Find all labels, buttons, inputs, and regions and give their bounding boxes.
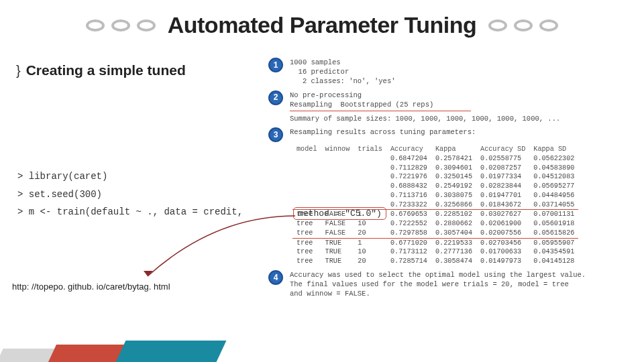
console-output: 1 1000 samples 16 predictor 2 classes: '… [268,58,644,299]
col-kappa-sd: Kappa SD [529,145,578,154]
output-line: Summary of sample sizes: 1000, 1000, 100… [290,114,644,123]
right-ovals [488,19,558,32]
oval-icon [137,19,156,32]
step-4: 4 Accuracy was used to select the optima… [268,270,644,299]
table-row: 0.68884320.25491920.028238440.05695277 [292,182,578,191]
results-table: model winnow trials Accuracy Kappa Accur… [292,145,578,266]
table-row: treeFALSE100.72225520.28806620.020619000… [292,219,578,229]
slide-title: Automated Parameter Tuning [168,12,477,38]
table-row: treeFALSE10.67696530.22851020.030276270.… [292,210,578,219]
col-accuracy: Accuracy [386,145,431,154]
bullet-glyph: } [16,63,21,78]
oval-icon [86,19,105,32]
code-line: > set.seed(300) [17,186,243,204]
output-line: The final values used for the model were… [290,280,644,289]
oval-icon [514,19,533,32]
code-line: > library(caret) [17,168,243,186]
table-row: 0.68472040.25784210.025587750.05622302 [292,154,578,164]
step-badge-2: 2 [268,90,283,105]
table-row: 0.71128290.30946010.020872570.04583890 [292,164,578,173]
bullet-text: Creating a simple tuned [26,62,186,78]
output-line: 1000 samples [290,58,644,67]
output-line: No pre-processing [290,90,644,100]
col-trials: trials [354,145,386,154]
step-2: 2 No pre-processing Resampling Bootstrap… [268,90,644,124]
output-line: Accuracy was used to select the optimal … [290,270,644,280]
table-header-row: model winnow trials Accuracy Kappa Accur… [292,145,578,154]
slide-header: Automated Parameter Tuning [0,0,644,44]
table-row: treeTRUE200.72857140.30584740.014979730.… [292,257,578,266]
step-3: 3 Resampling results across tuning param… [268,127,644,142]
step-badge-3: 3 [268,127,283,142]
oval-icon [539,19,558,32]
col-model: model [292,145,321,154]
col-winnow: winnow [321,145,354,154]
table-row: treeFALSE200.72978580.30574040.020075560… [292,229,578,238]
svg-marker-0 [144,271,153,276]
table-row: treeTRUE10.67710200.22195330.027034560.0… [292,238,578,247]
output-line: and winnow = FALSE. [290,289,644,298]
output-line: 16 predictor [290,67,644,76]
r-code-block: > library(caret) > set.seed(300) > m <- … [17,168,243,221]
footer-decoration [0,322,282,362]
oval-icon [111,19,130,32]
col-accuracy-sd: Accuracy SD [476,145,529,154]
step-badge-1: 1 [268,58,283,72]
table-row: 0.72333220.32568660.018436720.03714055 [292,200,578,210]
table-row: 0.71137160.30380750.019477010.04484956 [292,191,578,200]
oval-icon [488,19,507,32]
left-ovals [86,19,156,32]
output-line: Resampling Bootstrapped (25 reps) [290,100,644,109]
code-line: > m <- train(default ~ ., data = credit, [17,203,243,221]
reference-url: http: //topepo. github. io/caret/bytag. … [12,282,170,292]
output-line: Resampling results across tuning paramet… [290,127,644,137]
table-row: 0.72219760.32501450.019773340.04512083 [292,172,578,182]
col-kappa: Kappa [431,145,476,154]
divider [290,111,471,111]
step-badge-4: 4 [268,270,283,285]
table-body: 0.68472040.25784210.025587750.05622302 0… [292,154,578,266]
table-row: treeTRUE100.71731120.27771360.017006330.… [292,247,578,257]
step-1: 1 1000 samples 16 predictor 2 classes: '… [268,58,644,86]
deco-bar-teal [116,341,227,362]
output-line: 2 classes: 'no', 'yes' [290,76,644,86]
